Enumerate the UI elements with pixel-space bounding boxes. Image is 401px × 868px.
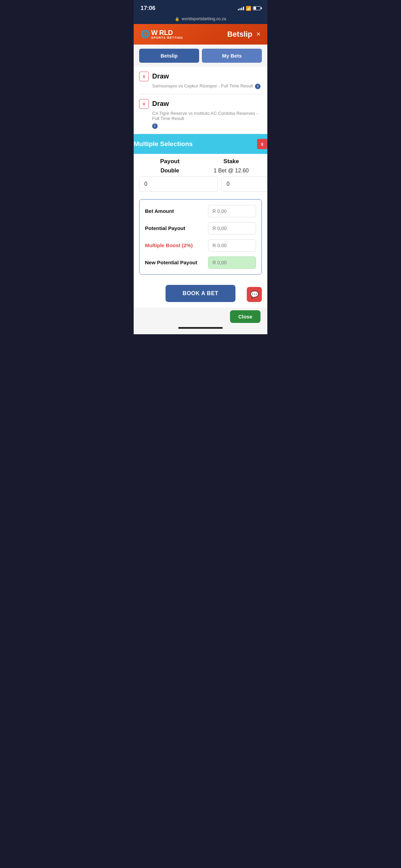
header-right: Betslip × [227, 30, 260, 39]
ps-headers: Payout Stake [139, 158, 262, 165]
logo-line1: W RLD [151, 29, 183, 36]
bottom-close-row: Close [139, 310, 262, 323]
remove-bet-2-button[interactable]: x [139, 99, 149, 109]
bet-amount-input[interactable] [208, 205, 256, 217]
bet-type-label: Double [139, 168, 200, 174]
payout-stake-section: Payout Stake Double 1 Bet @ 12.60 Bet Am… [134, 154, 267, 308]
bet-header-1: x Draw [139, 72, 262, 81]
bet-item-1: x Draw Samsunspor vs Caykur Rizespor - F… [139, 67, 262, 94]
potential-payout-input[interactable] [208, 222, 256, 234]
new-potential-payout-label: New Potential Payout [145, 260, 197, 265]
app-header: 🌐 W RLD SPORTS BETTING Betslip × [134, 24, 267, 45]
home-indicator [178, 327, 223, 329]
multiple-selections-bar: Multiple Selections x [134, 134, 267, 154]
globe-icon: 🌐 [141, 30, 150, 39]
status-icons: 📶 [238, 6, 260, 11]
bet-item-2: x Draw CA Tigre Reserve vs Instituto AC … [139, 94, 262, 134]
multiple-boost-input[interactable] [208, 239, 256, 252]
ps-row: Double 1 Bet @ 12.60 [139, 168, 262, 174]
potential-payout-row: Potential Payout [145, 222, 256, 234]
bet-selection-1: Draw [152, 72, 169, 80]
book-bet-area: BOOK A BET 💬 [139, 281, 262, 308]
tab-mybets[interactable]: My Bets [202, 49, 262, 63]
bet-selection-2: Draw [152, 100, 169, 108]
new-potential-payout-input[interactable] [208, 256, 256, 269]
info-icon-2[interactable]: i [152, 123, 158, 129]
url-bar: 🔒 worldsportsbetting.co.za [134, 15, 267, 24]
header-close-button[interactable]: × [256, 30, 260, 38]
payout-input[interactable] [139, 177, 218, 192]
status-bar: 17:06 📶 [134, 0, 267, 15]
multiple-boost-label: Multiple Boost (2%) [145, 242, 193, 248]
bet-summary-box: Bet Amount Potential Payout Multiple Boo… [139, 199, 262, 275]
logo-area: 🌐 W RLD SPORTS BETTING [141, 29, 183, 40]
book-bet-button[interactable]: BOOK A BET [166, 285, 235, 302]
bottom-nav: Close [134, 308, 267, 334]
battery-icon [253, 6, 260, 10]
multiple-selections-label: Multiple Selections [134, 140, 193, 148]
bet-match-1: Samsunspor vs Caykur Rizespor - Full Tim… [139, 83, 262, 89]
tab-row: Betslip My Bets [134, 45, 267, 67]
chat-button[interactable]: 💬 [247, 287, 262, 302]
tab-betslip[interactable]: Betslip [139, 49, 199, 63]
multiple-boost-row: Multiple Boost (2%) [145, 239, 256, 252]
ps-inputs [139, 177, 262, 192]
bet-match-2: CA Tigre Reserve vs Instituto AC Cordoba… [139, 111, 262, 129]
chat-icon: 💬 [250, 290, 259, 299]
main-content: x Draw Samsunspor vs Caykur Rizespor - F… [134, 67, 267, 134]
logo-text: W RLD SPORTS BETTING [151, 29, 183, 40]
stake-input[interactable] [221, 177, 267, 192]
stake-header: Stake [200, 158, 262, 165]
bet-amount-row: Bet Amount [145, 205, 256, 217]
info-icon-1[interactable]: i [255, 84, 260, 89]
new-potential-payout-row: New Potential Payout [145, 256, 256, 269]
bet-header-2: x Draw [139, 99, 262, 109]
wifi-icon: 📶 [246, 6, 251, 11]
potential-payout-label: Potential Payout [145, 225, 185, 231]
close-button[interactable]: Close [230, 310, 260, 323]
multiple-remove-button[interactable]: x [257, 139, 267, 149]
bet-odds-label: 1 Bet @ 12.60 [200, 168, 262, 174]
logo-line2: SPORTS BETTING [151, 36, 183, 40]
status-time: 17:06 [141, 5, 155, 12]
lock-icon: 🔒 [175, 17, 180, 21]
remove-bet-1-button[interactable]: x [139, 72, 149, 81]
betslip-title: Betslip [227, 30, 252, 39]
url-text: worldsportsbetting.co.za [182, 16, 226, 21]
bet-amount-label: Bet Amount [145, 208, 174, 214]
signal-icon [238, 6, 244, 10]
payout-stake: Payout Stake Double 1 Bet @ 12.60 [139, 154, 262, 199]
payout-header: Payout [139, 158, 200, 165]
